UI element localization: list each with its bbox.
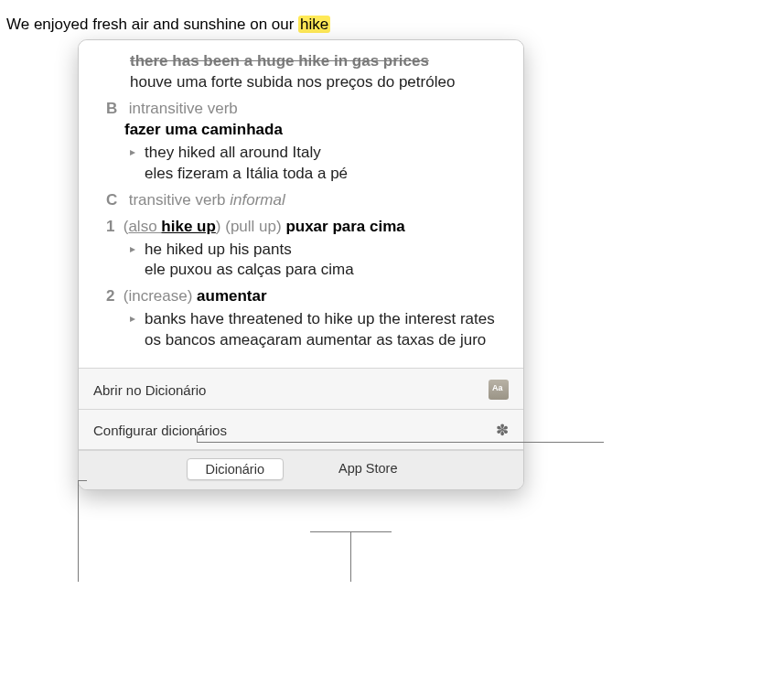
ex-pt-c1: ele puxou as calças para cima — [145, 260, 507, 281]
sentence-prefix: We enjoyed fresh air and sunshine on our — [6, 16, 298, 33]
callout-line — [197, 432, 198, 443]
ex-en-c1: he hiked up his pants — [145, 240, 507, 261]
dictionary-icon — [489, 380, 509, 400]
definition-content[interactable]: there has been a huge hike in gas prices… — [79, 40, 523, 369]
example-b: they hiked all around Italy eles fizeram… — [130, 143, 507, 185]
highlighted-word[interactable]: hike — [298, 16, 330, 33]
configure-label: Configurar dicionários — [93, 423, 227, 438]
tab-dictionary[interactable]: Dicionário — [187, 458, 284, 480]
pos-b: intransitive verb — [129, 100, 238, 117]
dictionary-popup: there has been a huge hike in gas prices… — [78, 39, 524, 490]
subsense-2: 2 (increase) aumentar — [106, 286, 507, 307]
ex-pt-c2: os bancos ameaçaram aumentar as taxas de… — [145, 330, 507, 351]
callout-line — [350, 531, 351, 582]
open-dictionary-label: Abrir no Dicionário — [93, 382, 206, 398]
ex-pt-b: eles fizeram a Itália toda a pé — [145, 164, 507, 185]
callout-line — [78, 480, 79, 582]
translation-line: houve uma forte subida nos preços do pet… — [130, 72, 507, 93]
trans-b: fazer uma caminhada — [124, 121, 283, 138]
subsense-1: 1 (also hike up) (pull up) puxar para ci… — [106, 217, 507, 238]
trans-1: puxar para cima — [285, 218, 404, 235]
context-sentence: We enjoyed fresh air and sunshine on our… — [6, 16, 330, 34]
sense-b: B intransitive verb — [106, 99, 507, 120]
sense-label-b: B — [106, 99, 124, 120]
pos-c: transitive verb — [129, 191, 226, 209]
also-bold-1: hike up — [161, 218, 216, 235]
struck-example: there has been a huge hike in gas prices — [130, 51, 507, 72]
also-1: also — [128, 218, 161, 235]
open-dictionary-row[interactable]: Abrir no Dicionário — [79, 369, 523, 410]
ex-en-c2: banks have threatened to hike up the int… — [145, 309, 507, 330]
tab-appstore[interactable]: App Store — [320, 458, 416, 480]
gear-icon: ✽ — [496, 421, 509, 440]
configure-dictionaries-row[interactable]: Configurar dicionários ✽ — [79, 410, 523, 450]
paren-2: (increase) — [124, 287, 197, 305]
register-c: informal — [230, 191, 285, 209]
callout-line — [197, 442, 604, 443]
sense-label-c: C — [106, 190, 124, 211]
trans-2: aumentar — [197, 287, 267, 305]
ex-en-b: they hiked all around Italy — [145, 143, 507, 164]
num-2: 2 — [106, 286, 119, 307]
example-c2: banks have threatened to hike up the int… — [130, 309, 507, 351]
sense-c: C transitive verb informal — [106, 190, 507, 211]
callout-line — [78, 480, 87, 481]
paren-1: ) (pull up) — [216, 218, 286, 235]
num-1: 1 — [106, 217, 119, 238]
example-c1: he hiked up his pants ele puxou as calça… — [130, 240, 507, 282]
tabs-row: Dicionário App Store — [79, 450, 523, 489]
